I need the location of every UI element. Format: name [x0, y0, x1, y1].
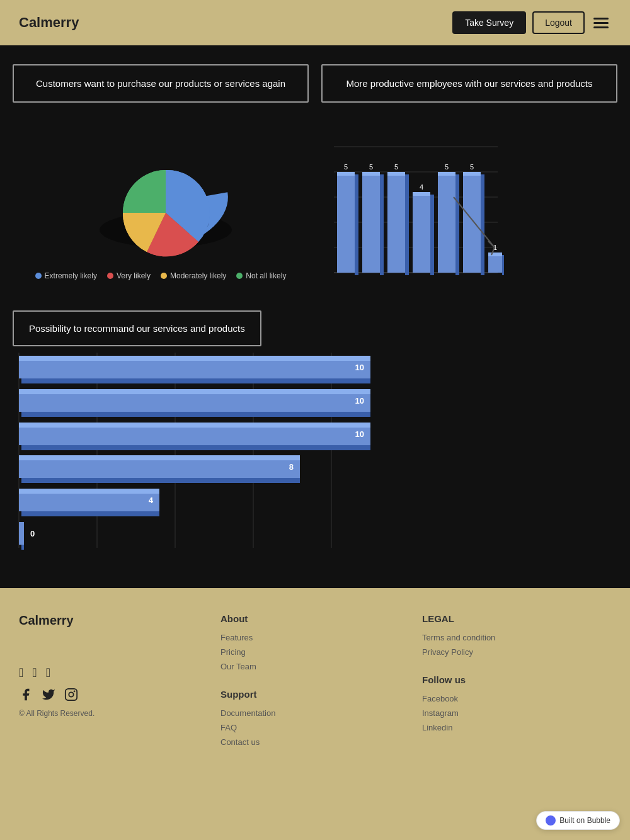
svg-rect-67	[66, 689, 77, 700]
svg-rect-17	[405, 174, 409, 275]
legend-dot-blue	[35, 273, 42, 279]
header: Calmerry Take Survey Logout	[0, 0, 630, 45]
footer-link-documentation[interactable]: Documentation	[220, 708, 410, 718]
svg-text:10: 10	[355, 429, 364, 439]
facebook-icon[interactable]: 	[19, 666, 23, 680]
charts-row: Extremely likely Very likely Moderately …	[13, 109, 617, 298]
top-cards: Customers want to purchase our products …	[13, 64, 617, 103]
svg-rect-49	[21, 412, 370, 417]
footer-logo: Calmerry	[19, 613, 208, 628]
svg-text:5: 5	[344, 163, 348, 171]
svg-rect-30	[463, 172, 481, 176]
svg-rect-25	[455, 174, 459, 275]
vbar-chart: 5 5 5 4 5	[328, 122, 504, 298]
svg-rect-26	[438, 172, 455, 176]
svg-text:5: 5	[394, 163, 398, 171]
vbar-chart-container: 5 5 5 4 5	[321, 109, 617, 298]
svg-rect-13	[380, 174, 384, 275]
hbar-svg: 10 10 10 8 4	[13, 353, 378, 554]
footer-social:   	[19, 666, 208, 680]
svg-rect-53	[21, 445, 370, 450]
card-employees: More productive employees with our servi…	[321, 64, 617, 103]
svg-rect-34	[488, 253, 502, 256]
legend-not-all-likely: Not all likely	[236, 271, 286, 280]
bottom-section: Possibility to recommand our services an…	[13, 310, 617, 563]
svg-rect-54	[19, 423, 370, 428]
facebook-svg-icon[interactable]	[19, 688, 33, 701]
footer-link-contact[interactable]: Contact us	[220, 737, 410, 747]
svg-text:5: 5	[445, 163, 449, 171]
footer-link-faq[interactable]: FAQ	[220, 723, 410, 732]
svg-rect-29	[481, 174, 484, 275]
svg-rect-50	[19, 389, 370, 394]
instagram-icon[interactable]: 	[46, 666, 50, 680]
legend-dot-green	[236, 273, 243, 279]
svg-rect-22	[413, 192, 430, 196]
svg-rect-16	[387, 172, 405, 273]
footer-copyright: © All Rights Reserved.	[19, 709, 208, 718]
svg-text:10: 10	[355, 363, 364, 372]
svg-text:4: 4	[420, 183, 423, 191]
bubble-badge[interactable]: Built on Bubble	[536, 811, 620, 830]
legal-title: LEGAL	[422, 613, 611, 624]
svg-text:0: 0	[30, 529, 35, 538]
svg-rect-24	[438, 172, 455, 273]
footer-link-privacy[interactable]: Privacy Policy	[422, 647, 611, 657]
logout-button[interactable]: Logout	[532, 11, 585, 34]
svg-point-68	[69, 692, 73, 696]
svg-text:5: 5	[470, 163, 474, 171]
svg-text:4: 4	[149, 496, 154, 505]
footer-left: Calmerry    © All Rights Reserved.	[19, 613, 208, 752]
legend-moderately-likely: Moderately likely	[161, 271, 226, 280]
follow-title: Follow us	[422, 674, 611, 685]
svg-rect-33	[502, 255, 504, 275]
pie-chart	[72, 122, 249, 260]
main-content: Customers want to purchase our products …	[0, 45, 630, 588]
legend-extremely-likely: Extremely likely	[35, 271, 97, 280]
support-title: Support	[220, 689, 410, 700]
footer-link-features[interactable]: Features	[220, 633, 410, 642]
footer-link-facebook[interactable]: Facebook	[422, 694, 611, 703]
footer-link-instagram[interactable]: Instagram	[422, 708, 611, 718]
footer-link-ourteam[interactable]: Our Team	[220, 662, 410, 671]
footer: Calmerry    © All Rights Reserved. Ab…	[0, 588, 630, 764]
svg-rect-58	[19, 455, 300, 460]
svg-rect-9	[355, 174, 358, 275]
footer-link-terms[interactable]: Terms and condition	[422, 633, 611, 642]
svg-rect-57	[21, 478, 300, 483]
card-possibility: Possibility to recommand our services an…	[13, 310, 261, 346]
footer-link-pricing[interactable]: Pricing	[220, 647, 410, 657]
instagram-svg-icon[interactable]	[64, 688, 78, 701]
svg-rect-46	[19, 356, 370, 361]
logo: Calmerry	[19, 14, 79, 31]
legend-dot-yellow	[161, 273, 167, 279]
legend-very-likely: Very likely	[107, 271, 151, 280]
footer-grid: Calmerry    © All Rights Reserved. Ab…	[19, 613, 611, 752]
svg-rect-45	[21, 378, 370, 383]
hbar-chart: 10 10 10 8 4	[13, 353, 617, 563]
svg-rect-28	[463, 172, 481, 273]
take-survey-button[interactable]: Take Survey	[452, 11, 526, 34]
footer-social-icons	[19, 688, 208, 701]
twitter-svg-icon[interactable]	[42, 688, 55, 701]
twitter-icon[interactable]: 	[32, 666, 37, 680]
header-actions: Take Survey Logout	[452, 11, 611, 34]
about-title: About	[220, 613, 410, 624]
svg-rect-18	[387, 172, 405, 176]
bubble-icon	[546, 815, 556, 826]
footer-link-linkedin[interactable]: Linkedin	[422, 723, 611, 732]
svg-point-69	[74, 691, 75, 692]
legend-dot-red	[107, 273, 113, 279]
svg-rect-8	[337, 172, 355, 273]
svg-text:5: 5	[369, 163, 373, 171]
svg-rect-62	[19, 489, 159, 494]
pie-chart-container: Extremely likely Very likely Moderately …	[13, 109, 309, 298]
bubble-label: Built on Bubble	[559, 816, 610, 825]
footer-right: LEGAL Terms and condition Privacy Policy…	[422, 613, 611, 752]
svg-text:8: 8	[289, 462, 294, 472]
svg-rect-21	[430, 195, 434, 275]
menu-icon[interactable]	[591, 15, 611, 31]
svg-rect-14	[362, 172, 380, 176]
svg-text:10: 10	[355, 396, 364, 406]
svg-rect-64	[19, 522, 24, 545]
